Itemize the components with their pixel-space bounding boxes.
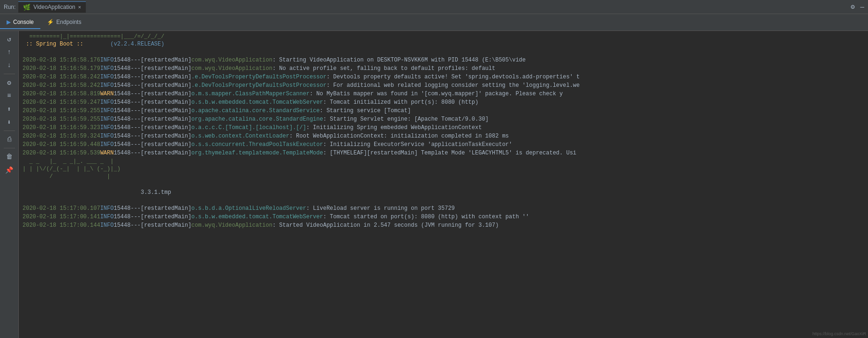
log-line: 3.3.1.tmp [19, 189, 868, 196]
app-name: VideoApplication [33, 4, 75, 10]
log-line: :: Spring Boot :: (v2.2.4.RELEASE) [19, 40, 868, 48]
log-line [19, 48, 868, 56]
console-output[interactable]: =========|_|===============|___/=/_/_/_/… [19, 31, 868, 338]
spring-icon: 🌿 [23, 4, 30, 11]
log-line: / | [19, 173, 868, 180]
rerun-button[interactable]: ↺ [2, 33, 16, 45]
log-line: _ _ |_ _ _|_. ___ _ | [19, 158, 868, 165]
pin-button[interactable]: 📌 [2, 164, 16, 176]
log-line: | | |\/(/_(-_| | |_\ (-_)|_) [19, 165, 868, 173]
title-bar-left: Run: 🌿 VideoApplication × [4, 1, 86, 13]
separator-3 [4, 148, 15, 148]
log-line: =========|_|===============|___/=/_/_/_/ [19, 33, 868, 40]
print-button[interactable]: ⎙ [2, 133, 16, 146]
scroll-down-button[interactable]: ↓ [2, 59, 16, 71]
settings-icon[interactable]: ⚙ [851, 3, 854, 11]
log-line [19, 180, 868, 189]
settings-button[interactable]: ⚙ [2, 77, 16, 89]
log-line: 2020-02-18 15:16:59.255 INFO 15448 --- [… [19, 107, 868, 115]
export-button[interactable]: ⬇ [2, 116, 16, 128]
tab-console[interactable]: ▶ Console [0, 16, 40, 29]
delete-button[interactable]: 🗑 [2, 151, 16, 163]
close-tab-button[interactable]: × [78, 4, 81, 10]
separator-2 [4, 131, 15, 131]
main-area: ↺ ↑ ↓ ⚙ ≡ ⬆ ⬇ ⎙ 🗑 📌 =========|_|========… [0, 31, 868, 338]
log-line: 2020-02-18 15:16:59.539 WARN 15448 --- [… [19, 149, 868, 158]
log-line: 2020-02-18 15:16:59.448 INFO 15448 --- [… [19, 141, 868, 149]
log-line: 2020-02-18 15:16:59.323 INFO 15448 --- [… [19, 124, 868, 132]
console-label: Console [13, 19, 34, 25]
log-line: 2020-02-18 15:16:58.179 INFO 15448 --- [… [19, 65, 868, 73]
tab-endpoints[interactable]: ⚡ Endpoints [40, 16, 88, 29]
log-line: 2020-02-18 15:17:00.144 INFO 15448 --- [… [19, 222, 868, 230]
import-button[interactable]: ⬆ [2, 103, 16, 115]
log-line: 2020-02-18 15:16:59.247 INFO 15448 --- [… [19, 99, 868, 107]
log-line: 2020-02-18 15:16:59.324 INFO 15448 --- [… [19, 132, 868, 141]
log-line [19, 196, 868, 205]
endpoints-icon: ⚡ [47, 19, 54, 25]
filter-button[interactable]: ≡ [2, 90, 16, 102]
log-line: 2020-02-18 15:16:58.242 INFO 15448 --- [… [19, 82, 868, 90]
log-line: 2020-02-18 15:16:59.255 INFO 15448 --- [… [19, 115, 868, 124]
toolbar: ▶ Console ⚡ Endpoints [0, 14, 868, 31]
separator-1 [4, 74, 15, 74]
endpoints-label: Endpoints [56, 19, 81, 25]
title-bar-right: ⚙ — [851, 3, 864, 11]
log-line: 2020-02-18 15:17:00.141 INFO 15448 --- [… [19, 213, 868, 222]
scroll-up-button[interactable]: ↑ [2, 46, 16, 58]
log-line: 2020-02-18 15:16:58.242 INFO 15448 --- [… [19, 73, 868, 82]
console-icon: ▶ [7, 19, 11, 25]
minimize-icon[interactable]: — [860, 3, 864, 11]
log-line: 2020-02-18 15:16:58.176 INFO 15448 --- [… [19, 56, 868, 65]
run-label: Run: [4, 4, 15, 10]
title-bar: Run: 🌿 VideoApplication × ⚙ — [0, 0, 868, 14]
log-line: 2020-02-18 15:17:00.107 INFO 15448 --- [… [19, 205, 868, 213]
app-tab[interactable]: 🌿 VideoApplication × [18, 1, 86, 13]
side-toolbar: ↺ ↑ ↓ ⚙ ≡ ⬆ ⬇ ⎙ 🗑 📌 [0, 31, 19, 338]
log-line: 2020-02-18 15:16:58.819 WARN 15448 --- [… [19, 90, 868, 99]
watermark: https://blog.csdn.net/GaoXiR [812, 331, 866, 336]
